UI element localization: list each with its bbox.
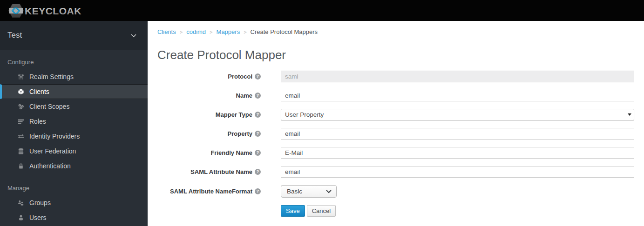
help-icon[interactable]: ? bbox=[255, 150, 261, 156]
person-icon bbox=[17, 214, 24, 221]
form-row-property: Property ? bbox=[157, 128, 634, 140]
saml-attribute-nameformat-select[interactable]: Basic bbox=[281, 185, 337, 198]
form-actions: Save Cancel bbox=[157, 205, 634, 217]
form-row-friendly-name: Friendly Name ? bbox=[157, 147, 634, 159]
cancel-button[interactable]: Cancel bbox=[307, 205, 336, 217]
help-icon[interactable]: ? bbox=[255, 131, 261, 137]
realm-selector[interactable]: Test bbox=[0, 21, 148, 50]
property-field[interactable] bbox=[281, 128, 634, 140]
breadcrumb-link-mappers[interactable]: Mappers bbox=[217, 28, 240, 35]
sidebar-item-client-scopes[interactable]: Client Scopes bbox=[0, 99, 148, 114]
form-row-saml-attribute-name: SAML Attribute Name ? bbox=[157, 166, 634, 178]
main-content: Clients > codimd > Mappers > Create Prot… bbox=[148, 21, 644, 226]
logo-text: KEYCLOAK bbox=[25, 5, 81, 16]
nameformat-selected-value: Basic bbox=[287, 188, 302, 195]
sidebar-item-label: Roles bbox=[29, 118, 46, 125]
form-row-protocol: Protocol ? bbox=[157, 71, 634, 82]
breadcrumb: Clients > codimd > Mappers > Create Prot… bbox=[157, 28, 634, 35]
sidebar-item-label: Users bbox=[29, 214, 47, 221]
sidebar-item-clients[interactable]: Clients bbox=[0, 84, 148, 99]
name-label: Name bbox=[236, 92, 252, 99]
mapper-type-selected-value: User Property bbox=[285, 111, 324, 118]
keycloak-logo: KEYCLOAK bbox=[8, 3, 91, 18]
logo-band bbox=[9, 8, 23, 13]
exchange-arrows-icon bbox=[17, 133, 24, 140]
sidebar-item-authentication[interactable]: Authentication bbox=[0, 159, 148, 173]
sidebar-item-realm-settings[interactable]: Realm Settings bbox=[0, 69, 148, 84]
sidebar-item-label: Realm Settings bbox=[29, 73, 74, 80]
cube-icon bbox=[17, 88, 24, 95]
sidebar-item-label: Clients bbox=[29, 88, 49, 95]
cubes-icon bbox=[17, 103, 24, 110]
page-title: Create Protocol Mapper bbox=[157, 48, 634, 62]
sidebar-item-roles[interactable]: Roles bbox=[0, 114, 148, 129]
sidebar-item-users[interactable]: Users bbox=[0, 210, 148, 225]
realm-name: Test bbox=[7, 31, 22, 40]
protocol-label: Protocol bbox=[228, 73, 252, 80]
help-icon[interactable]: ? bbox=[255, 73, 261, 80]
sidebar-item-label: User Federation bbox=[29, 147, 76, 155]
nav-section-configure: Configure bbox=[0, 59, 148, 66]
sidebar-item-label: Identity Providers bbox=[29, 133, 80, 140]
property-label: Property bbox=[228, 130, 252, 137]
help-icon[interactable]: ? bbox=[255, 169, 261, 175]
form-row-mapper-type: Mapper Type ? User Property bbox=[157, 109, 634, 120]
breadcrumb-link-clients[interactable]: Clients bbox=[157, 28, 176, 35]
sidebar-item-label: Client Scopes bbox=[29, 103, 69, 110]
save-button[interactable]: Save bbox=[281, 205, 305, 217]
mapper-type-select[interactable]: User Property bbox=[281, 109, 634, 120]
form-row-saml-attribute-nameformat: SAML Attribute NameFormat ? Basic bbox=[157, 185, 634, 198]
list-bars-icon bbox=[17, 118, 24, 125]
breadcrumb-separator: > bbox=[180, 29, 183, 35]
breadcrumb-current: Create Protocol Mappers bbox=[251, 28, 318, 35]
form-row-name: Name ? bbox=[157, 90, 634, 101]
database-icon bbox=[17, 148, 24, 155]
saml-attribute-name-label: SAML Attribute Name bbox=[190, 168, 252, 175]
sidebar-item-label: Groups bbox=[29, 199, 51, 206]
breadcrumb-link-codimd[interactable]: codimd bbox=[186, 28, 206, 35]
chevron-down-icon bbox=[326, 188, 332, 195]
nav-section-manage: Manage bbox=[0, 185, 148, 192]
people-group-icon bbox=[17, 199, 24, 206]
friendly-name-label: Friendly Name bbox=[210, 149, 252, 156]
sliders-icon bbox=[17, 73, 24, 80]
lock-icon bbox=[17, 163, 24, 170]
sidebar-item-user-federation[interactable]: User Federation bbox=[0, 144, 148, 159]
help-icon[interactable]: ? bbox=[255, 188, 261, 194]
help-icon[interactable]: ? bbox=[255, 112, 261, 118]
friendly-name-field[interactable] bbox=[281, 147, 634, 159]
sidebar-item-label: Authentication bbox=[29, 162, 71, 170]
select-arrow-icon bbox=[628, 113, 631, 116]
help-icon[interactable]: ? bbox=[255, 93, 261, 99]
chevron-down-icon bbox=[131, 31, 136, 40]
breadcrumb-separator: > bbox=[244, 29, 246, 35]
sidebar: Test Configure Realm Settings Clients bbox=[0, 21, 148, 226]
saml-attribute-name-field[interactable] bbox=[281, 166, 634, 178]
create-protocol-mapper-form: Protocol ? Name ? Mapper Type ? bbox=[157, 71, 634, 217]
sidebar-nav: Configure Realm Settings Clients bbox=[0, 59, 148, 225]
breadcrumb-separator: > bbox=[210, 29, 212, 35]
sidebar-item-identity-providers[interactable]: Identity Providers bbox=[0, 129, 148, 144]
sidebar-item-groups[interactable]: Groups bbox=[0, 195, 148, 210]
protocol-field bbox=[281, 71, 634, 82]
saml-attribute-nameformat-label: SAML Attribute NameFormat bbox=[170, 188, 252, 195]
app-header: KEYCLOAK bbox=[0, 0, 644, 21]
mapper-type-label: Mapper Type bbox=[216, 111, 252, 118]
name-field[interactable] bbox=[281, 90, 634, 101]
